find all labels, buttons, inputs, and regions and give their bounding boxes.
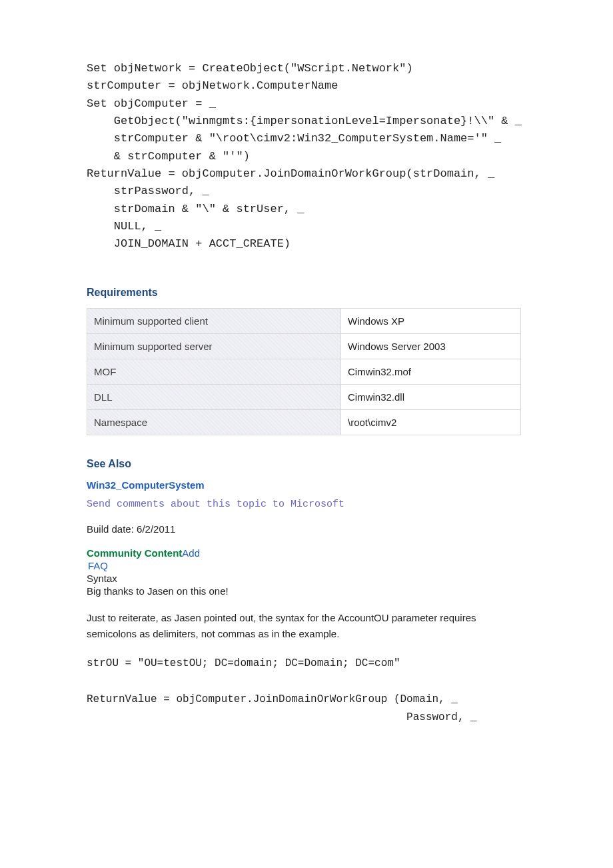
table-row: MOF Cimwin32.mof	[87, 359, 521, 384]
req-value: Cimwin32.dll	[341, 384, 521, 409]
code-example-1: Set objNetwork = CreateObject("WScript.N…	[87, 60, 566, 253]
see-also-link[interactable]: Win32_ComputerSystem	[87, 479, 566, 491]
community-item-subtitle: Big thanks to Jasen on this one!	[87, 585, 566, 597]
community-item-title: Syntax	[87, 573, 566, 584]
community-content-label: Community Content	[87, 547, 182, 559]
code-example-2: strOU = "OU=testOU; DC=domain; DC=Domain…	[87, 655, 566, 727]
req-key: DLL	[87, 384, 341, 409]
see-also-heading: See Also	[87, 458, 566, 470]
community-body-text: Just to reiterate, as Jasen pointed out,…	[87, 610, 513, 641]
feedback-link[interactable]: Send comments about this topic to Micros…	[87, 499, 566, 510]
community-add-link[interactable]: Add	[182, 547, 200, 559]
table-row: DLL Cimwin32.dll	[87, 384, 521, 409]
community-faq-link[interactable]: FAQ	[88, 560, 566, 571]
build-date: Build date: 6/2/2011	[87, 522, 566, 537]
requirements-heading: Requirements	[87, 287, 566, 299]
req-key: MOF	[87, 359, 341, 384]
req-value: Windows XP	[341, 308, 521, 333]
document-page: Set objNetwork = CreateObject("WScript.N…	[0, 0, 613, 754]
community-content-section: Community ContentAdd FAQ Syntax Big than…	[87, 547, 566, 641]
table-row: Minimum supported server Windows Server …	[87, 333, 521, 359]
req-value: Cimwin32.mof	[341, 359, 521, 384]
req-value: \root\cimv2	[341, 409, 521, 435]
req-key: Minimum supported server	[87, 333, 341, 359]
requirements-table: Minimum supported client Windows XP Mini…	[87, 308, 521, 435]
req-value: Windows Server 2003	[341, 333, 521, 359]
req-key: Namespace	[87, 409, 341, 435]
table-row: Minimum supported client Windows XP	[87, 308, 521, 333]
req-key: Minimum supported client	[87, 308, 341, 333]
table-row: Namespace \root\cimv2	[87, 409, 521, 435]
